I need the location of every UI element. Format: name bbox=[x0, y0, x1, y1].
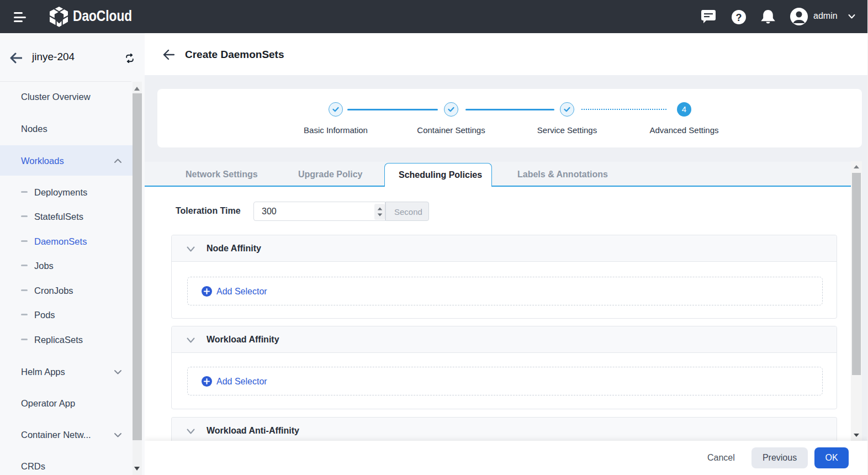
svg-text:?: ? bbox=[736, 12, 742, 23]
